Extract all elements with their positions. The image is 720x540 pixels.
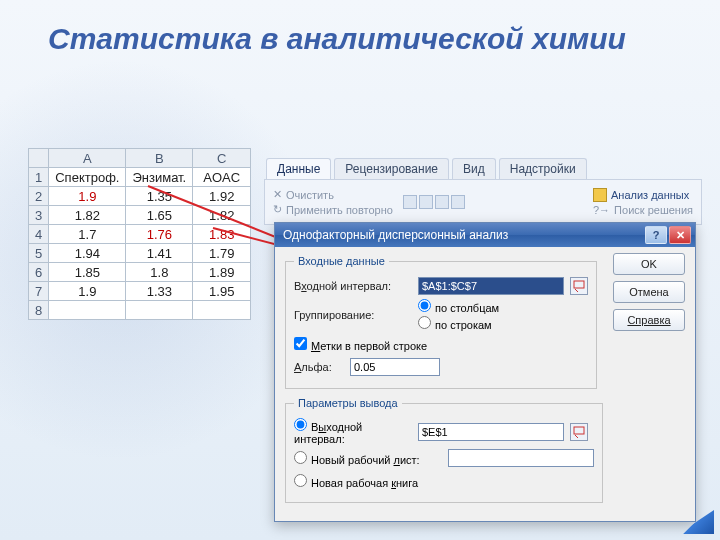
cell[interactable]: 1.95 bbox=[193, 282, 251, 301]
help-button[interactable]: Справка bbox=[613, 309, 685, 331]
cell[interactable]: 1.92 bbox=[193, 187, 251, 206]
input-group: Входные данные Входной интервал: Группир… bbox=[285, 255, 597, 389]
row-header[interactable]: 5 bbox=[29, 244, 49, 263]
grouping-label: Группирование: bbox=[294, 309, 412, 321]
cell[interactable] bbox=[193, 301, 251, 320]
cell[interactable]: 1.41 bbox=[126, 244, 193, 263]
tab-view[interactable]: Вид bbox=[452, 158, 496, 179]
cancel-button[interactable]: Отмена bbox=[613, 281, 685, 303]
cell[interactable]: 1.8 bbox=[126, 263, 193, 282]
cell[interactable]: 1.82 bbox=[49, 206, 126, 225]
slide-title: Статистика в аналитической химии bbox=[48, 22, 626, 56]
cell[interactable]: Спектроф. bbox=[49, 168, 126, 187]
labels-checkbox[interactable]: Метки в первой строке bbox=[294, 337, 427, 352]
analysis-icon bbox=[593, 188, 607, 202]
cell[interactable]: 1.79 bbox=[193, 244, 251, 263]
col-header[interactable]: B bbox=[126, 149, 193, 168]
row-header[interactable]: 1 bbox=[29, 168, 49, 187]
output-group-legend: Параметры вывода bbox=[294, 397, 402, 409]
new-worksheet-field[interactable] bbox=[448, 449, 594, 467]
output-range-field[interactable] bbox=[418, 423, 564, 441]
alpha-field[interactable] bbox=[350, 358, 440, 376]
output-range-radio[interactable]: Выходной интервал: bbox=[294, 418, 412, 445]
ribbon: Данные Рецензирование Вид Надстройки ✕Оч… bbox=[264, 158, 702, 225]
cell[interactable]: 1.82 bbox=[193, 206, 251, 225]
cell[interactable]: 1.33 bbox=[126, 282, 193, 301]
anova-dialog: Однофакторный дисперсионный анализ ? ✕ O… bbox=[274, 222, 696, 522]
row-header[interactable]: 8 bbox=[29, 301, 49, 320]
cell[interactable] bbox=[126, 301, 193, 320]
cell[interactable]: 1.7 bbox=[49, 225, 126, 244]
input-range-label: Входной интервал: bbox=[294, 280, 412, 292]
alpha-label: Альфа: bbox=[294, 361, 344, 373]
svg-rect-2 bbox=[574, 281, 584, 288]
ribbon-icon[interactable] bbox=[451, 195, 465, 209]
ribbon-clear[interactable]: ✕Очистить bbox=[273, 188, 393, 201]
cell[interactable]: Энзимат. bbox=[126, 168, 193, 187]
row-header[interactable]: 7 bbox=[29, 282, 49, 301]
ribbon-icon[interactable] bbox=[419, 195, 433, 209]
output-group: Параметры вывода Выходной интервал: Новы… bbox=[285, 397, 603, 503]
tab-addins[interactable]: Надстройки bbox=[499, 158, 587, 179]
input-group-legend: Входные данные bbox=[294, 255, 389, 267]
dialog-buttons: OK Отмена Справка bbox=[613, 253, 685, 331]
new-worksheet-radio[interactable]: Новый рабочий лист: bbox=[294, 451, 442, 466]
cell[interactable]: AOAC bbox=[193, 168, 251, 187]
solver-button[interactable]: ?→Поиск решения bbox=[593, 204, 693, 216]
dialog-titlebar[interactable]: Однофакторный дисперсионный анализ ? ✕ bbox=[275, 223, 695, 247]
cell[interactable]: 1.35 bbox=[126, 187, 193, 206]
group-by-rows-radio[interactable]: по строкам bbox=[418, 316, 588, 331]
tab-data[interactable]: Данные bbox=[266, 158, 331, 179]
row-header[interactable]: 4 bbox=[29, 225, 49, 244]
ok-button[interactable]: OK bbox=[613, 253, 685, 275]
data-analysis-button[interactable]: Анализ данных bbox=[593, 188, 693, 202]
ribbon-icons bbox=[403, 195, 465, 209]
new-workbook-radio[interactable]: Новая рабочая книга bbox=[294, 474, 418, 489]
cell[interactable]: 1.76 bbox=[126, 225, 193, 244]
cell[interactable]: 1.85 bbox=[49, 263, 126, 282]
row-header[interactable]: 3 bbox=[29, 206, 49, 225]
ribbon-reapply[interactable]: ↻Применить повторно bbox=[273, 203, 393, 216]
close-icon[interactable]: ✕ bbox=[669, 226, 691, 244]
input-range-field[interactable] bbox=[418, 277, 564, 295]
col-header[interactable]: C bbox=[193, 149, 251, 168]
tab-review[interactable]: Рецензирование bbox=[334, 158, 449, 179]
help-icon[interactable]: ? bbox=[645, 226, 667, 244]
cell[interactable]: 1.94 bbox=[49, 244, 126, 263]
row-header[interactable]: 2 bbox=[29, 187, 49, 206]
svg-rect-3 bbox=[574, 427, 584, 434]
range-picker-icon[interactable] bbox=[570, 277, 588, 295]
cell[interactable]: 1.65 bbox=[126, 206, 193, 225]
col-header[interactable]: A bbox=[49, 149, 126, 168]
cell[interactable]: 1.9 bbox=[49, 187, 126, 206]
cell[interactable]: 1.89 bbox=[193, 263, 251, 282]
row-header[interactable]: 6 bbox=[29, 263, 49, 282]
ribbon-icon[interactable] bbox=[403, 195, 417, 209]
spreadsheet-fragment: A B C 1 Спектроф. Энзимат. AOAC 2 1.9 1.… bbox=[28, 148, 251, 320]
cell[interactable]: 1.9 bbox=[49, 282, 126, 301]
dialog-title: Однофакторный дисперсионный анализ bbox=[283, 228, 508, 242]
cell[interactable]: 1.83 bbox=[193, 225, 251, 244]
ribbon-icon[interactable] bbox=[435, 195, 449, 209]
group-by-columns-radio[interactable]: по столбцам bbox=[418, 299, 588, 314]
cell[interactable] bbox=[49, 301, 126, 320]
range-picker-icon[interactable] bbox=[570, 423, 588, 441]
sheet-corner bbox=[29, 149, 49, 168]
